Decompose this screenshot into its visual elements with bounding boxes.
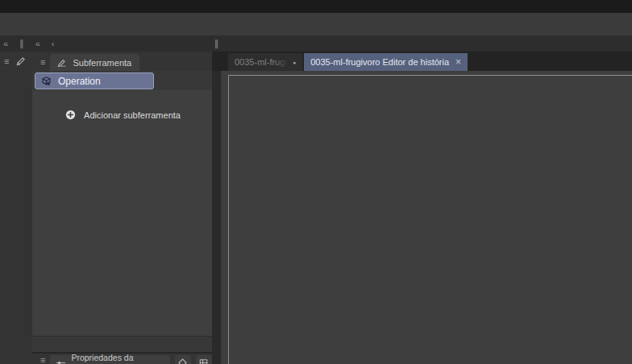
command-bar: « ∥ « ‹ ∥	[0, 35, 632, 52]
drag-handle-icon[interactable]: ∥	[214, 39, 219, 48]
document-tab-label: 0035-ml-frugivoro Editor de história	[310, 57, 449, 67]
panel-gutter	[212, 71, 221, 364]
tool-property-panel-header: ≡ Propriedades da ferramenta	[32, 354, 212, 364]
title-bar	[0, 0, 632, 13]
tab-tool-properties[interactable]: Propriedades da ferramenta	[50, 355, 169, 364]
modified-dot-icon: ●	[293, 60, 296, 65]
subtool-group-tab-operation[interactable]: Operation	[35, 72, 154, 89]
panel-menu-icon[interactable]: ≡	[40, 356, 45, 364]
panel-menu-icon[interactable]: ≡	[4, 57, 9, 66]
collapse-left-icon[interactable]: «	[3, 39, 8, 48]
tab-brush-shape[interactable]	[175, 355, 191, 364]
subtool-footer-bar	[32, 336, 212, 352]
command-bar-icons: ∥	[214, 35, 632, 52]
chevron-left-icon[interactable]: ‹	[52, 39, 55, 48]
drag-handle-icon[interactable]: ∥	[19, 39, 24, 48]
plus-circle-icon	[64, 108, 77, 122]
page-border-left	[228, 75, 229, 364]
add-subtool-button[interactable]: Adicionar subferramenta	[32, 108, 212, 122]
tab-subferramenta[interactable]: Subferramenta	[50, 54, 139, 71]
document-tab-label: 0035-ml-frugivo	[235, 57, 288, 67]
subtool-panel: Operation Adicionar subferramenta ≡ Prop…	[32, 71, 212, 364]
menu-bar	[0, 13, 632, 35]
panel-header-row: ≡ ≡ Subferramenta 0035-ml-frugivo ● 0035…	[0, 52, 632, 71]
clip-studio-paint-window: « ∥ « ‹ ∥ ≡ ≡ Subferramenta 0035-ml-frug…	[0, 0, 632, 364]
subtool-panel-icon	[55, 56, 69, 69]
operation-group-icon	[40, 74, 53, 88]
document-tab-canvas[interactable]: 0035-ml-frugivo ●	[228, 53, 302, 71]
operation-group-label: Operation	[58, 76, 101, 87]
add-subtool-label: Adicionar subferramenta	[84, 110, 181, 120]
subtool-panel-title: Subferramenta	[73, 58, 131, 68]
document-tab-story-editor[interactable]: 0035-ml-frugivoro Editor de história ×	[304, 53, 468, 71]
slider-icon	[55, 356, 67, 364]
tool-panel-tab-icon[interactable]	[14, 55, 27, 68]
close-tab-icon[interactable]: ×	[455, 56, 461, 68]
workspace-body: Operation Adicionar subferramenta ≡ Prop…	[0, 71, 632, 364]
collapse-left-icon[interactable]: «	[35, 39, 40, 48]
diamond-icon	[176, 356, 189, 364]
tool-property-title: Propriedades da ferramenta	[71, 354, 163, 364]
tab-brush-detail[interactable]	[196, 355, 212, 364]
story-editor-canvas[interactable]	[221, 71, 632, 364]
tool-sidebar	[0, 71, 32, 364]
panel-menu-icon[interactable]: ≡	[40, 58, 45, 67]
page-border-top	[228, 75, 632, 76]
panel-collapse-controls: « ∥ « ‹	[3, 35, 54, 52]
grid-icon	[197, 356, 210, 364]
document-tab-bar: 0035-ml-frugivo ● 0035-ml-frugivoro Edit…	[212, 52, 632, 71]
subtool-group-strip: Operation	[32, 71, 212, 90]
tool-panel-header: ≡	[0, 52, 32, 71]
subtool-panel-header: ≡ Subferramenta	[32, 52, 212, 71]
